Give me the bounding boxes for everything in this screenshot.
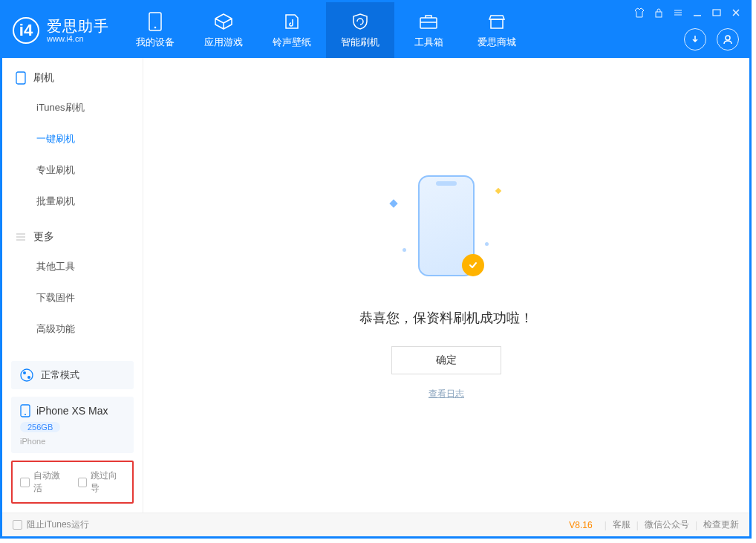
window-controls bbox=[633, 7, 742, 19]
footer-left: 阻止iTunes运行 bbox=[13, 518, 89, 531]
tab-smart-flash[interactable]: 智能刷机 bbox=[326, 2, 394, 58]
mode-box[interactable]: 正常模式 bbox=[11, 361, 134, 389]
shirt-icon[interactable] bbox=[633, 7, 645, 19]
tab-label: 爱思商城 bbox=[478, 36, 516, 49]
sidebar-item-download-fw[interactable]: 下载固件 bbox=[2, 282, 143, 313]
group-label: 刷机 bbox=[33, 71, 54, 85]
checkbox-label: 跳过向导 bbox=[91, 469, 125, 495]
list-icon bbox=[16, 232, 26, 242]
checkbox-auto-activate[interactable]: 自动激活 bbox=[20, 469, 68, 495]
svg-point-20 bbox=[27, 376, 30, 379]
checkbox-skip-wizard[interactable]: 跳过向导 bbox=[78, 469, 126, 495]
checkbox-label: 自动激活 bbox=[33, 469, 68, 495]
svg-rect-5 bbox=[656, 12, 662, 17]
svg-point-1 bbox=[154, 26, 157, 28]
main-tabs: 我的设备 应用游戏 铃声壁纸 智能刷机 工具箱 爱思商城 bbox=[121, 2, 531, 58]
checkbox-icon bbox=[20, 478, 30, 487]
briefcase-icon bbox=[419, 12, 438, 31]
checks-box: 自动激活 跳过向导 bbox=[11, 461, 134, 504]
sidebar-group-more: 更多 bbox=[2, 217, 143, 251]
device-type: iPhone bbox=[20, 437, 125, 446]
footer-link-update[interactable]: 检查更新 bbox=[703, 518, 739, 531]
separator: | bbox=[636, 520, 639, 530]
tab-my-device[interactable]: 我的设备 bbox=[121, 2, 189, 58]
dot-icon bbox=[403, 248, 406, 252]
separator: | bbox=[695, 520, 697, 530]
sidebar-bottom: 正常模式 iPhone XS Max 256GB iPhone 自动激活 跳过向… bbox=[11, 361, 134, 504]
brand-name: 爱思助手 bbox=[47, 18, 109, 34]
device-icon bbox=[20, 404, 30, 417]
svg-rect-4 bbox=[491, 19, 503, 28]
device-name-text: iPhone XS Max bbox=[36, 405, 108, 417]
brand-site: www.i4.cn bbox=[47, 34, 109, 43]
version-label: V8.16 bbox=[569, 520, 592, 530]
svg-point-19 bbox=[23, 371, 26, 374]
account-button[interactable] bbox=[717, 28, 739, 51]
footer: 阻止iTunes运行 V8.16 | 客服 | 微信公众号 | 检查更新 bbox=[2, 513, 749, 536]
app-header: i4 爱思助手 www.i4.cn 我的设备 应用游戏 铃声壁纸 智能刷机 工具… bbox=[2, 2, 749, 58]
checkbox-icon bbox=[78, 478, 88, 487]
tab-label: 铃声壁纸 bbox=[273, 36, 311, 49]
phone-outline-icon bbox=[16, 71, 26, 85]
separator: | bbox=[605, 520, 607, 530]
block-itunes-label[interactable]: 阻止iTunes运行 bbox=[27, 518, 89, 531]
music-file-icon bbox=[282, 12, 302, 31]
footer-right: V8.16 | 客服 | 微信公众号 | 检查更新 bbox=[569, 518, 739, 531]
brand-logo: i4 爱思助手 www.i4.cn bbox=[2, 2, 121, 58]
device-box[interactable]: iPhone XS Max 256GB iPhone bbox=[11, 397, 134, 453]
sidebar-group-flash: 刷机 bbox=[2, 58, 143, 92]
brand-text: 爱思助手 www.i4.cn bbox=[47, 18, 109, 43]
main-content: 恭喜您，保资料刷机成功啦！ 确定 查看日志 bbox=[143, 58, 749, 513]
phone-icon bbox=[146, 12, 165, 31]
logo-icon: i4 bbox=[13, 17, 39, 44]
cube-icon bbox=[214, 12, 233, 31]
sidebar-item-pro-flash[interactable]: 专业刷机 bbox=[2, 155, 143, 186]
mode-label: 正常模式 bbox=[41, 368, 79, 382]
sparkle-icon bbox=[495, 187, 501, 193]
maximize-icon[interactable] bbox=[711, 7, 723, 19]
svg-rect-10 bbox=[713, 10, 720, 16]
check-badge-icon bbox=[462, 254, 484, 276]
sidebar-item-advanced[interactable]: 高级功能 bbox=[2, 313, 143, 345]
svg-point-18 bbox=[21, 369, 33, 381]
sidebar-item-other-tools[interactable]: 其他工具 bbox=[2, 251, 143, 282]
tab-store[interactable]: 爱思商城 bbox=[463, 2, 531, 58]
footer-link-wechat[interactable]: 微信公众号 bbox=[645, 518, 689, 531]
svg-point-13 bbox=[726, 36, 730, 40]
dot-icon bbox=[485, 242, 489, 246]
tab-label: 智能刷机 bbox=[341, 36, 379, 49]
success-message: 恭喜您，保资料刷机成功啦！ bbox=[359, 309, 533, 327]
tab-toolbox[interactable]: 工具箱 bbox=[394, 2, 463, 58]
download-button[interactable] bbox=[684, 28, 706, 51]
tab-apps[interactable]: 应用游戏 bbox=[189, 2, 258, 58]
success-illustration bbox=[383, 171, 509, 290]
sidebar-item-one-click[interactable]: 一键刷机 bbox=[2, 123, 143, 155]
refresh-shield-icon bbox=[351, 12, 370, 31]
ok-button[interactable]: 确定 bbox=[391, 346, 501, 374]
sparkle-icon bbox=[389, 199, 397, 207]
close-icon[interactable] bbox=[730, 7, 742, 19]
sidebar: 刷机 iTunes刷机 一键刷机 专业刷机 批量刷机 更多 其他工具 下载固件 … bbox=[2, 58, 143, 513]
sidebar-item-itunes-flash[interactable]: iTunes刷机 bbox=[2, 92, 143, 123]
tab-label: 我的设备 bbox=[136, 36, 175, 49]
svg-rect-2 bbox=[420, 18, 437, 28]
group-label: 更多 bbox=[33, 230, 54, 244]
mode-icon bbox=[20, 368, 33, 382]
svg-rect-14 bbox=[16, 72, 25, 84]
minimize-icon[interactable] bbox=[691, 7, 703, 19]
tab-label: 应用游戏 bbox=[204, 36, 243, 49]
header-actions bbox=[684, 28, 739, 51]
device-capacity: 256GB bbox=[20, 422, 60, 432]
sidebar-item-batch-flash[interactable]: 批量刷机 bbox=[2, 186, 143, 217]
menu-icon[interactable] bbox=[672, 7, 684, 19]
tab-ringtone[interactable]: 铃声壁纸 bbox=[258, 2, 326, 58]
footer-link-service[interactable]: 客服 bbox=[613, 518, 630, 531]
store-icon bbox=[487, 12, 506, 31]
view-log-link[interactable]: 查看日志 bbox=[428, 388, 464, 400]
svg-point-22 bbox=[25, 414, 26, 415]
tab-label: 工具箱 bbox=[414, 36, 443, 49]
lock-icon[interactable] bbox=[653, 7, 665, 19]
checkbox-icon[interactable] bbox=[13, 520, 22, 530]
